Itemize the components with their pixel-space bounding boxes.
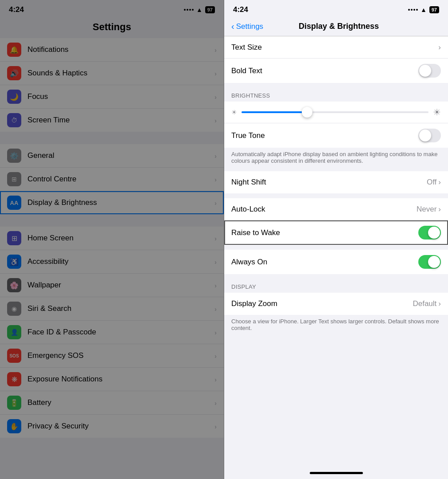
display-zoom-group: Display Zoom Default › [224,293,448,315]
exposure-icon: ❋ [7,372,21,386]
chevron-icon: › [214,93,217,101]
bold-text-item[interactable]: Bold Text [224,59,448,83]
home-screen-icon: ⊞ [7,231,21,245]
sidebar-item-notifications[interactable]: 🔔 Notifications › [0,38,224,62]
auto-lock-label: Auto-Lock [231,205,265,214]
sidebar-item-wallpaper[interactable]: 🌸 Wallpaper › [0,274,224,297]
sos-icon: SOS [7,349,21,363]
sidebar-item-exposure[interactable]: ❋ Exposure Notifications › [0,368,224,391]
true-tone-footer: Automatically adapt iPhone display based… [224,148,448,171]
accessibility-icon: ♿ [7,255,21,269]
sidebar-item-home-screen[interactable]: ⊞ Home Screen › [0,227,224,250]
chevron-icon: › [214,282,217,289]
control-centre-icon: ⊞ [7,172,21,186]
night-shift-item[interactable]: Night Shift Off › [224,171,448,193]
sidebar-item-sos[interactable]: SOS Emergency SOS › [0,344,224,368]
signal-icon [408,9,418,11]
display-zoom-label: Display Zoom [231,299,277,308]
battery-label: Battery [27,398,214,407]
sidebar-item-siri[interactable]: ◉ Siri & Search › [0,297,224,321]
brightness-low-icon: ☀ [231,109,237,116]
wifi-icon: ▲ [421,6,427,13]
toggle-knob [428,256,440,268]
exposure-label: Exposure Notifications [27,375,214,384]
raise-to-wake-item[interactable]: Raise to Wake [224,220,448,245]
settings-group-1: 🔔 Notifications › 🔊 Sounds & Haptics › 🌙… [0,38,224,132]
brightness-thumb[interactable] [302,107,312,118]
sidebar-item-faceid[interactable]: 👤 Face ID & Passcode › [0,321,224,344]
chevron-icon: › [214,199,217,207]
brightness-high-icon: ☀ [433,107,441,118]
sounds-label: Sounds & Haptics [27,69,214,78]
left-status-icons: ▲ 97 [184,6,215,13]
brightness-header: BRIGHTNESS [224,83,448,102]
chevron-icon: › [214,399,217,407]
notifications-icon: 🔔 [7,43,21,57]
chevron-icon: › [214,258,217,266]
night-shift-off: Off [427,178,436,187]
signal-icon [184,9,194,11]
left-time: 4:24 [9,5,24,14]
focus-icon: 🌙 [7,90,21,104]
right-status-icons: ▲ 97 [408,6,439,13]
bold-text-toggle[interactable] [418,64,441,78]
sounds-icon: 🔊 [7,66,21,80]
brightness-fill [242,111,307,113]
sos-label: Emergency SOS [27,351,214,360]
display-zoom-item[interactable]: Display Zoom Default › [224,293,448,315]
chevron-icon: › [214,235,217,242]
chevron-icon: › [214,70,217,77]
chevron-icon: › [214,305,217,313]
always-on-toggle[interactable] [418,255,441,269]
back-button[interactable]: ‹ Settings [231,21,263,31]
true-tone-item[interactable]: True Tone [224,123,448,148]
faceid-label: Face ID & Passcode [27,328,214,337]
focus-label: Focus [27,92,214,101]
raise-to-wake-toggle[interactable] [418,226,441,240]
toggle-knob [419,65,431,77]
sidebar-item-screen-time[interactable]: ⏱ Screen Time › [0,109,224,132]
text-size-value: › [438,43,441,52]
sidebar-item-control-centre[interactable]: ⊞ Control Centre › [0,168,224,191]
sidebar-item-display[interactable]: AA Display & Brightness › [0,191,224,214]
chevron-icon: › [214,329,217,336]
display-zoom-value: Default › [413,299,441,308]
chevron-icon: › [214,352,217,360]
settings-title: Settings [0,18,224,38]
home-screen-label: Home Screen [27,234,214,243]
always-on-group: Always On [224,250,448,274]
true-tone-label: True Tone [231,131,265,140]
true-tone-toggle[interactable] [418,129,441,142]
night-shift-label: Night Shift [231,178,266,187]
chevron-icon: › [438,43,441,52]
sidebar-item-battery[interactable]: 🔋 Battery › [0,391,224,415]
auto-lock-item[interactable]: Auto-Lock Never › [224,198,448,220]
settings-group-2: ⚙️ General › ⊞ Control Centre › AA Displ… [0,144,224,214]
notifications-label: Notifications [27,45,214,54]
brightness-track[interactable] [242,111,429,113]
sidebar-item-privacy[interactable]: ✋ Privacy & Security › [0,415,224,438]
display-label: Display & Brightness [27,198,214,207]
page-title: Display & Brightness [263,22,414,31]
display-zoom-footer: Choose a view for iPhone. Larger Text sh… [224,315,448,338]
chevron-icon: › [438,299,441,308]
raise-to-wake-label: Raise to Wake [231,228,280,237]
always-on-item[interactable]: Always On [224,250,448,274]
chevron-icon: › [214,176,217,183]
brightness-slider-row[interactable]: ☀ ☀ [224,102,448,123]
battery-icon: 🔋 [7,396,21,410]
sidebar-item-sounds[interactable]: 🔊 Sounds & Haptics › [0,62,224,85]
nav-bar: ‹ Settings Display & Brightness [224,18,448,36]
chevron-icon: › [214,152,217,160]
brightness-group: ☀ ☀ True Tone [224,102,448,148]
night-shift-value: Off › [427,178,441,187]
auto-lock-val: Never [417,205,436,214]
toggle-knob [419,130,431,141]
text-size-item[interactable]: Text Size › [224,36,448,59]
sidebar-item-accessibility[interactable]: ♿ Accessibility › [0,250,224,274]
right-panel: 4:24 ▲ 97 ‹ Settings Display & Brightnes… [224,0,448,479]
back-label: Settings [236,22,263,31]
night-shift-group: Night Shift Off › [224,171,448,193]
sidebar-item-general[interactable]: ⚙️ General › [0,144,224,168]
sidebar-item-focus[interactable]: 🌙 Focus › [0,85,224,109]
